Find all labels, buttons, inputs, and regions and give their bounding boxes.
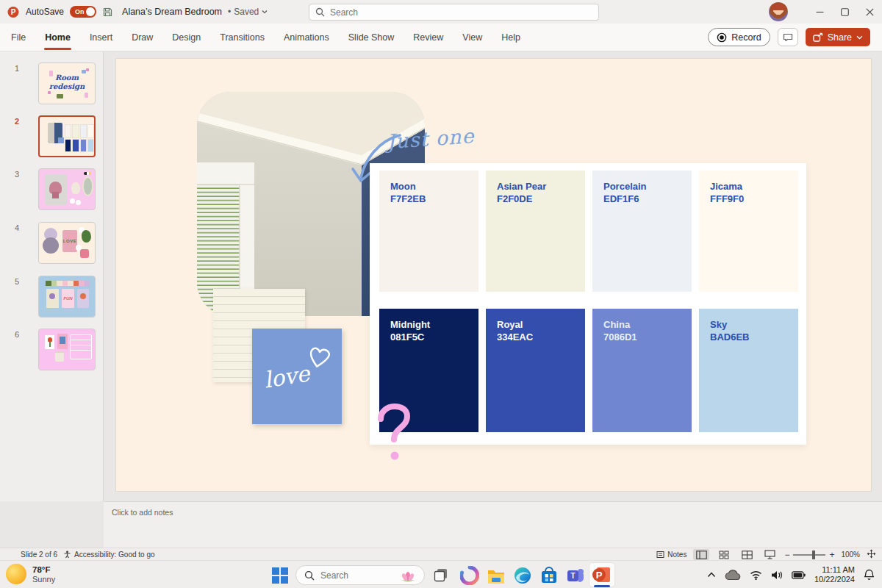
zoom-slider: − +	[784, 551, 834, 559]
save-icon[interactable]	[102, 7, 113, 18]
color-swatch-asian-pear[interactable]: Asian PearF2F0DE	[486, 171, 585, 292]
tab-view[interactable]: View	[462, 29, 483, 46]
ribbon-tab-bar: File Home Insert Draw Design Transitions…	[0, 24, 882, 51]
normal-view-button[interactable]	[693, 549, 709, 560]
active-app-indicator	[594, 585, 610, 587]
tab-animations[interactable]: Animations	[283, 29, 330, 46]
slide-thumbnail-6[interactable]	[38, 329, 96, 370]
svg-text:P: P	[596, 570, 603, 581]
tab-insert[interactable]: Insert	[89, 29, 113, 46]
file-explorer-app-icon[interactable]	[487, 566, 506, 585]
slideshow-view-button[interactable]	[761, 549, 778, 560]
color-swatch-sky[interactable]: SkyBAD6EB	[699, 309, 798, 432]
toggle-knob	[86, 7, 95, 16]
tab-transitions[interactable]: Transitions	[219, 29, 265, 46]
microsoft-store-app-icon[interactable]	[539, 566, 559, 585]
tab-design[interactable]: Design	[171, 29, 201, 46]
minimize-button[interactable]	[807, 0, 832, 24]
slideshow-icon	[764, 550, 775, 559]
color-swatch-china[interactable]: China7086D1	[592, 309, 692, 432]
reading-view-button[interactable]	[739, 549, 755, 560]
status-bar: Slide 2 of 6 Accessibility: Good to go N…	[0, 548, 882, 560]
tab-help[interactable]: Help	[501, 29, 521, 46]
teams-app-icon[interactable]: T	[566, 566, 585, 585]
taskbar-search-input[interactable]	[320, 570, 394, 581]
share-icon	[813, 32, 823, 42]
sticky-note[interactable]: love	[252, 329, 342, 424]
autosave-label: AutoSave	[26, 7, 64, 17]
windows-logo-icon	[272, 567, 288, 584]
color-swatch-royal[interactable]: Royal334EAC	[486, 309, 585, 432]
notes-pane[interactable]: Click to add notes	[104, 501, 882, 548]
titlebar: P AutoSave On Alana’s Dream Bedroom • Sa…	[0, 0, 882, 24]
slide-sorter-view-button[interactable]	[716, 549, 732, 560]
accessibility-icon	[63, 551, 71, 559]
chevron-down-icon	[262, 10, 268, 14]
task-view-button[interactable]	[433, 567, 451, 584]
zoom-in-button[interactable]: +	[829, 551, 834, 559]
question-mark-annotation[interactable]	[375, 398, 413, 465]
slide-thumbnail-4[interactable]: LOVE	[38, 222, 96, 264]
slide-thumbnail-5[interactable]: FUN	[38, 276, 96, 318]
slide-thumbnail-3[interactable]	[38, 168, 96, 210]
zoom-track[interactable]	[793, 554, 825, 556]
autosave-toggle[interactable]: On	[70, 6, 96, 18]
volume-icon[interactable]	[771, 570, 783, 580]
account-avatar[interactable]	[769, 2, 788, 21]
tab-home[interactable]: Home	[44, 29, 71, 46]
record-button[interactable]: Record	[708, 28, 770, 46]
powerpoint-app-icon-active[interactable]: P	[589, 562, 615, 587]
zoom-level[interactable]: 100%	[841, 551, 860, 559]
color-swatch-jicama[interactable]: JicamaFFF9F0	[699, 171, 798, 292]
mini-sticky-note	[58, 137, 64, 143]
record-icon	[717, 32, 727, 43]
comment-icon	[783, 32, 793, 42]
start-button[interactable]	[270, 566, 290, 585]
tab-draw[interactable]: Draw	[131, 29, 154, 46]
comments-button[interactable]	[778, 28, 798, 46]
edge-app-icon[interactable]	[513, 566, 532, 585]
accessibility-checker[interactable]: Accessibility: Good to go	[63, 551, 155, 559]
saved-status[interactable]: • Saved	[228, 7, 268, 17]
palette-card[interactable]: MoonF7F2EB Asian PearF2F0DE PorcelainEDF…	[370, 163, 806, 445]
copilot-app-icon[interactable]	[460, 566, 479, 585]
svg-text:T: T	[570, 572, 575, 580]
share-button[interactable]: Share	[806, 28, 870, 46]
search-icon	[315, 7, 325, 17]
sun-icon	[6, 564, 26, 584]
slide-thumbnail-2-selected[interactable]	[38, 115, 96, 157]
zoom-knob[interactable]	[812, 551, 815, 559]
fit-slide-button[interactable]	[867, 549, 876, 560]
wifi-icon[interactable]	[750, 570, 762, 580]
color-swatch-porcelain[interactable]: PorcelainEDF1F6	[592, 171, 692, 292]
tray-chevron-up-icon[interactable]	[707, 572, 716, 578]
powerpoint-logo-icon: P	[7, 6, 20, 18]
taskbar-clock[interactable]: 11:11 AM 10/22/2024	[814, 565, 855, 584]
svg-text:P: P	[11, 8, 16, 16]
taskbar-search[interactable]	[295, 565, 425, 585]
mini-palette	[65, 124, 94, 152]
slide-indicator: Slide 2 of 6	[21, 551, 57, 559]
search-input[interactable]	[330, 7, 573, 18]
zoom-out-button[interactable]: −	[784, 551, 789, 559]
notifications-bell-icon[interactable]	[864, 569, 875, 581]
tab-file[interactable]: File	[10, 29, 26, 46]
maximize-button[interactable]	[832, 0, 857, 24]
close-button[interactable]	[857, 0, 882, 24]
notes-icon	[656, 551, 664, 559]
notes-toggle-button[interactable]: Notes	[656, 551, 686, 559]
battery-icon[interactable]	[792, 571, 806, 579]
color-swatch-moon[interactable]: MoonF7F2EB	[379, 171, 478, 292]
slide-thumbnail-1[interactable]: Room redesign	[38, 62, 96, 104]
document-title[interactable]: Alana’s Dream Bedroom	[122, 7, 222, 17]
slide-thumbnail-panel: 1 Room redesign 2	[0, 51, 104, 501]
powerpoint-window: P AutoSave On Alana’s Dream Bedroom • Sa…	[0, 0, 882, 588]
reading-view-icon	[742, 551, 753, 559]
tab-review[interactable]: Review	[412, 29, 444, 46]
onedrive-cloud-icon[interactable]	[725, 570, 741, 581]
slide-sorter-icon	[719, 551, 729, 559]
app-search-bar[interactable]	[309, 4, 599, 21]
tab-slide-show[interactable]: Slide Show	[348, 29, 395, 46]
weather-widget[interactable]: 78°F Sunny	[6, 564, 55, 584]
slide-2-editing-surface[interactable]: Just one MoonF7F2EB Asian PearF2F0DE Por…	[116, 59, 871, 491]
